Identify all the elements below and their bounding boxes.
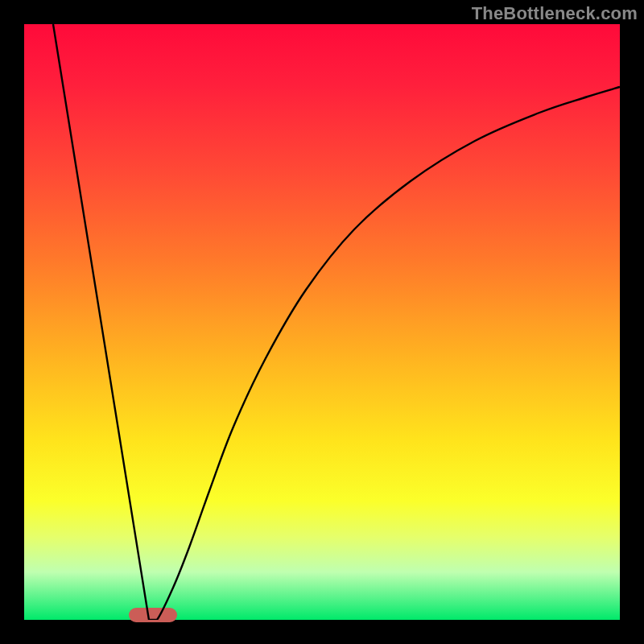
plot-frame <box>24 24 620 620</box>
watermark-text: TheBottleneck.com <box>472 3 638 24</box>
bottleneck-curve-path <box>53 24 620 620</box>
curve-svg <box>24 24 620 620</box>
